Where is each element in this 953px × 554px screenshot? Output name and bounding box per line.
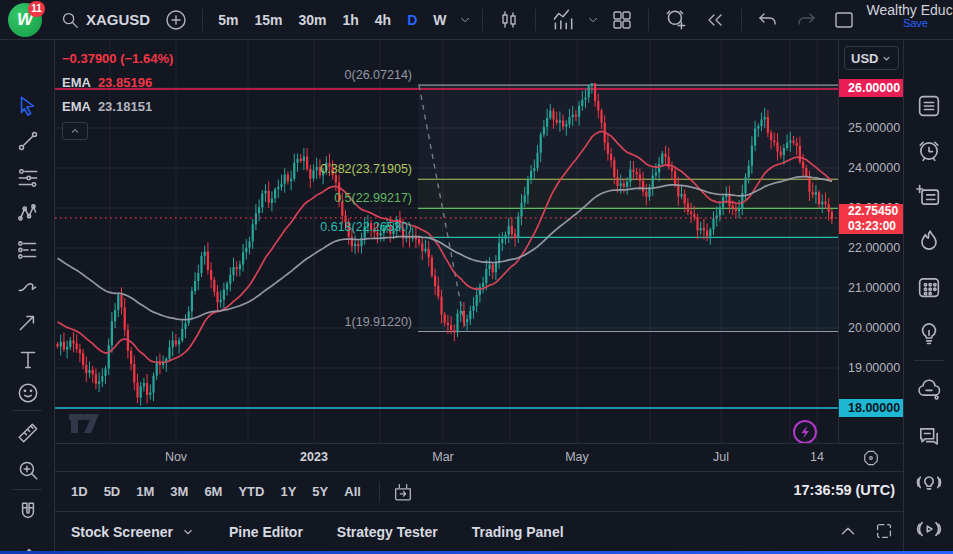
redo-icon[interactable]	[787, 4, 825, 36]
trading-panel-tab[interactable]: Trading Panel	[472, 524, 564, 540]
pattern-tool[interactable]	[13, 198, 43, 228]
timeframe-menu-chevron[interactable]	[455, 4, 475, 36]
current-price: 22.75450	[848, 204, 903, 219]
toolbar-separator	[482, 9, 483, 31]
add-symbol-button[interactable]	[157, 4, 195, 36]
strategy-tester-tab[interactable]: Strategy Tester	[337, 524, 438, 540]
zoom-in-tool[interactable]	[13, 455, 43, 485]
bottom-panel-bar: Stock Screener Pine Editor Strategy Test…	[55, 511, 903, 551]
currency-label: USD	[851, 51, 878, 66]
indicators-chevron[interactable]	[583, 4, 603, 36]
layout-grid-icon[interactable]	[603, 4, 641, 36]
brush-tool[interactable]	[13, 271, 43, 301]
svg-text:0.5(22.99217): 0.5(22.99217)	[334, 191, 412, 205]
pine-editor-tab[interactable]: Pine Editor	[229, 524, 303, 540]
price-label-18: 18.00000	[839, 399, 903, 417]
fullscreen-icon[interactable]	[873, 520, 895, 542]
currency-selector[interactable]: USD	[844, 46, 899, 70]
utc-clock[interactable]: 17:36:59 (UTC)	[793, 482, 895, 498]
time-tick-May: May	[565, 450, 589, 464]
timeframe-1h[interactable]: 1h	[334, 12, 366, 28]
timeframe-W[interactable]: W	[425, 12, 454, 28]
ideas-icon[interactable]	[914, 318, 944, 348]
layout-box-icon[interactable]	[825, 4, 863, 36]
range-1m[interactable]: 1M	[128, 480, 162, 503]
price-tick: 24.00000	[848, 160, 900, 176]
timeframe-15m[interactable]: 15m	[246, 12, 290, 28]
range-separator	[379, 482, 380, 502]
time-tick-Nov: Nov	[165, 450, 187, 464]
streams-icon[interactable]	[914, 468, 944, 498]
notification-badge: 11	[28, 1, 45, 17]
timeframe-D[interactable]: D	[399, 12, 425, 28]
hotlists-flame-icon[interactable]	[914, 226, 944, 256]
legend-collapse-button[interactable]	[62, 122, 88, 140]
drawing-tools-rail	[0, 40, 55, 554]
bar-countdown: 03:23:00	[848, 219, 903, 234]
cursor-tool[interactable]	[13, 91, 43, 121]
time-axis[interactable]: Nov2023MarMayJul14	[55, 443, 903, 471]
trend-line-tool[interactable]	[13, 126, 43, 156]
bar-replay-icon[interactable]	[696, 4, 734, 36]
undo-icon[interactable]	[749, 4, 787, 36]
watchlist-icon[interactable]	[914, 91, 944, 121]
tradingview-watermark	[69, 414, 99, 433]
go-to-date-icon[interactable]	[390, 479, 416, 505]
open-panel-chevron-icon[interactable]	[837, 520, 859, 542]
ema1-label[interactable]: EMA	[62, 75, 91, 90]
price-tick: 20.00000	[848, 320, 900, 336]
timeframe-30m[interactable]: 30m	[290, 12, 334, 28]
stock-screener-tab[interactable]: Stock Screener	[71, 524, 195, 540]
timeframe-5m[interactable]: 5m	[210, 12, 246, 28]
range-6m[interactable]: 6M	[196, 480, 230, 503]
price-tick: 21.00000	[848, 280, 900, 296]
right-sidebar-rail	[903, 40, 953, 554]
ema2-value: 23.18151	[98, 99, 152, 114]
text-tool[interactable]	[13, 345, 43, 375]
range-ytd[interactable]: YTD	[230, 480, 272, 503]
svg-text:0.618(22.26530): 0.618(22.26530)	[320, 220, 412, 234]
app-logo[interactable]: W 11	[0, 0, 52, 40]
live-streams-icon[interactable]	[914, 514, 944, 544]
range-5y[interactable]: 5Y	[304, 480, 336, 503]
news-notes-icon[interactable]	[914, 181, 944, 211]
axis-settings-icon[interactable]	[860, 447, 882, 469]
rail-divider	[12, 410, 42, 411]
range-all[interactable]: All	[336, 480, 369, 503]
chart-legend: −0.37900 (−1.64%) EMA 23.85196 EMA 23.18…	[62, 46, 173, 140]
time-tick-14: 14	[810, 450, 824, 464]
top-toolbar: W 11 XAGUSD 5m15m30m1h4hDW	[0, 0, 953, 40]
create-alert-icon[interactable]	[656, 4, 696, 36]
fib-retracement-tool[interactable]	[13, 163, 43, 193]
save-button[interactable]: Save	[903, 17, 928, 30]
range-1y[interactable]: 1Y	[272, 480, 304, 503]
range-5d[interactable]: 5D	[96, 480, 129, 503]
calendar-icon[interactable]	[914, 272, 944, 302]
time-tick-Mar: Mar	[432, 450, 454, 464]
arrow-tool[interactable]	[13, 307, 43, 337]
measure-tool[interactable]	[13, 418, 43, 448]
time-tick-2023: 2023	[300, 450, 328, 464]
chart-style-candles-icon[interactable]	[490, 4, 528, 36]
layout-name-button[interactable]: Wealthy Educ... Save	[863, 4, 953, 36]
private-chat-icon[interactable]	[914, 422, 944, 452]
range-3m[interactable]: 3M	[162, 480, 196, 503]
indicators-icon[interactable]	[543, 4, 583, 36]
alerts-icon[interactable]	[914, 136, 944, 166]
price-axis[interactable]: USD 25.0000024.0000023.0000022.0000021.0…	[838, 40, 903, 443]
magnet-tool[interactable]	[13, 497, 43, 527]
rail-divider	[12, 489, 42, 490]
range-1d[interactable]: 1D	[63, 480, 96, 503]
ema2-label[interactable]: EMA	[62, 99, 91, 114]
rail-divider	[914, 360, 944, 361]
price-tick: 25.00000	[848, 120, 900, 136]
emoji-tool[interactable]	[13, 378, 43, 408]
timeframe-4h[interactable]: 4h	[367, 12, 399, 28]
price-change: −0.37900 (−1.64%)	[62, 51, 173, 66]
projection-tool[interactable]	[13, 235, 43, 265]
price-tick: 22.00000	[848, 240, 900, 256]
svg-text:1(19.91220): 1(19.91220)	[345, 315, 412, 329]
chats-icon[interactable]	[914, 376, 944, 406]
svg-text:0.382(23.71905): 0.382(23.71905)	[320, 162, 412, 176]
symbol-search-button[interactable]: XAGUSD	[52, 4, 157, 36]
